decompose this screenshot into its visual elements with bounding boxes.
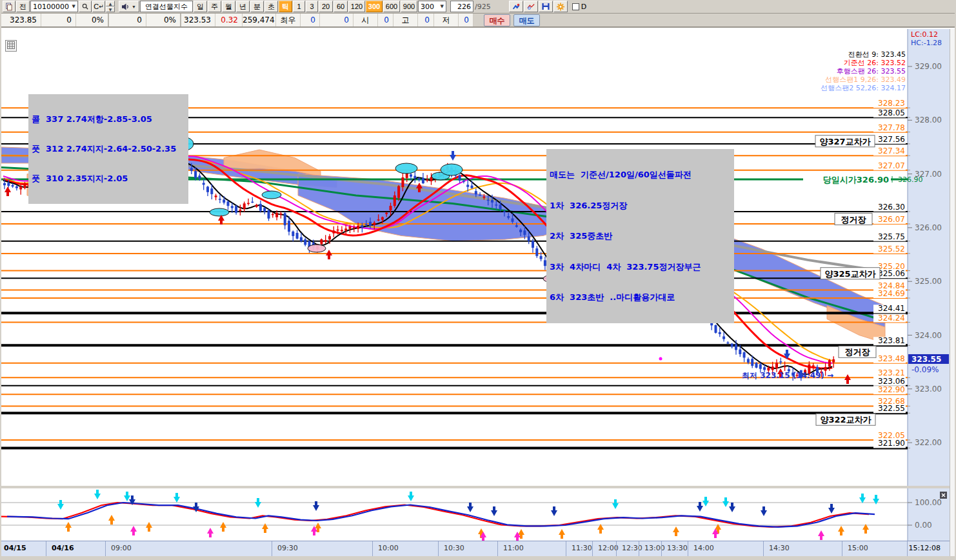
svg-text:322.90: 322.90 [878,385,905,394]
time-axis-separator [372,541,373,557]
instrument-name-field: 연결선물지수 [140,1,193,12]
tick-600-button[interactable]: 600 [383,1,400,12]
symbol-value: 10100000 [33,3,70,11]
svg-text:327.56: 327.56 [878,135,905,144]
strategy-note-box: 매도는 기준선/120일/60일선돌파전 1차 326.25정거장 2차 325… [546,149,734,323]
time-axis[interactable]: 15:12:08 04/1504/1609:0009:3010:0010:301… [1,541,950,556]
time-axis-separator [688,541,688,557]
time-axis-separator [438,541,439,557]
refresh-button[interactable]: C↵ [92,1,105,12]
close-panel-icon[interactable] [940,492,947,499]
strategy-line: 2차 325중초반 [550,230,731,242]
time-axis-separator [661,541,662,557]
svg-text:324.69: 324.69 [878,289,905,298]
best-quote-label: 최우선 [276,14,301,26]
hts-chart-window: 전 10100000 ▼ C↵ ▲▼ ▼ 연결선물지수 일 주 월 년 분 초 … [0,0,956,560]
symbol-spinner[interactable]: ▲▼ [106,1,115,12]
jeon-button[interactable]: 전 [16,1,30,12]
settings-gear-icon[interactable] [553,1,568,12]
tick-900-button[interactable]: 900 [401,1,417,12]
magenta-dot [659,357,662,361]
svg-text:양322교차가: 양322교차가 [820,415,871,425]
time-axis-separator [763,541,764,557]
svg-text:324.00: 324.00 [915,331,942,340]
tick-60-button[interactable]: 60 [334,1,348,12]
period-day-button[interactable]: 일 [194,1,207,12]
period-year-button[interactable]: 년 [236,1,250,12]
copy-page-icon[interactable] [3,1,15,12]
svg-text:323.48: 323.48 [878,354,905,363]
best-quote-2: 0 [320,14,354,26]
svg-text:325.06: 325.06 [878,269,905,278]
time-tick: 11:30 [572,544,592,552]
callput-note-box: 콜 337 2.74저항-2.85-3.05 풋 312 2.74지지-2.64… [28,94,188,204]
time-tick: 09:30 [277,544,298,552]
strategy-line: 매도는 기준선/120일/60일선돌파전 [550,169,731,181]
period-month-button[interactable]: 월 [222,1,235,12]
time-tick: 04/15 [4,544,26,552]
high-label: 고 [393,14,418,26]
draw-tool-icon[interactable] [509,1,523,12]
time-axis-separator [907,541,908,557]
buy-button[interactable]: 매수 [484,14,510,26]
time-axis-separator [105,541,106,557]
d-checkbox[interactable] [572,3,579,10]
svg-text:100.00: 100.00 [915,498,942,507]
svg-text:326.30: 326.30 [878,203,905,212]
sound-icon[interactable]: ▼ [119,1,139,12]
tick-120-button[interactable]: 120 [348,1,365,12]
chart-grid-icon[interactable] [5,40,17,52]
search-icon[interactable] [79,1,92,12]
svg-text:324.41: 324.41 [878,304,905,313]
time-axis-separator [639,541,639,557]
tick-1-button[interactable]: 1 [293,1,305,12]
time-tick: 04/16 [52,544,74,552]
time-tick: 13:30 [667,544,688,552]
quote-bar: 323.85 0 0% 0 0% 323.53 0.32 259,474 최우선… [1,14,955,28]
time-tick: 11:00 [503,544,524,552]
svg-text:정거장: 정거장 [845,347,871,357]
hc-value: HC:-1.28 [911,39,942,47]
callput-line: 콜 337 2.74저항-2.85-3.05 [32,114,185,125]
tick-300-button[interactable]: 300 [366,1,383,12]
indicator-settings-icon[interactable] [524,1,538,12]
symbol-input[interactable]: 10100000 ▼ [30,1,78,12]
period-week-button[interactable]: 주 [208,1,221,12]
tick-combo[interactable]: 300▼ [418,1,446,12]
day-open-label: 당일시가326.90 [823,175,889,185]
svg-text:선행스팬2 52,26: 324.17: 선행스팬2 52,26: 324.17 [821,84,906,92]
bar-total-label: /925 [475,3,491,11]
low-value: 0 [459,14,473,26]
day-open-axis-value: 326.90 [898,175,923,184]
svg-text:322.55: 322.55 [878,404,905,413]
svg-text:329.00: 329.00 [915,62,942,71]
time-axis-separator [566,541,566,557]
bar-index-input[interactable]: 226 [450,1,473,12]
session-low-note: 최저 323.15 (14:49) → [742,371,833,380]
tick-20-button[interactable]: 20 [319,1,333,12]
sell-button[interactable]: 매도 [513,14,540,26]
svg-text:정거장: 정거장 [841,215,867,225]
oscillator-panel[interactable]: 100.000.00 [1,488,956,541]
time-axis-separator [616,541,617,557]
svg-text:321.90: 321.90 [878,439,905,448]
tick-3-button[interactable]: 3 [306,1,318,12]
period-second-button[interactable]: 초 [264,1,278,12]
price-change: 0.32 [215,14,243,26]
price-axis [908,29,950,486]
svg-text:324.24: 324.24 [878,314,905,323]
svg-text:328.05: 328.05 [878,108,905,117]
quote-qty-2: 0 [109,14,146,26]
symbol-dropdown-icon[interactable]: ▼ [72,4,75,9]
period-minute-button[interactable]: 분 [250,1,264,12]
svg-text:양325교차가: 양325교차가 [824,269,876,279]
lc-value: LC:0.12 [911,30,938,39]
current-price-value: 323.55 [911,355,941,364]
save-icon[interactable] [539,1,553,12]
open-value: 0 [378,14,393,26]
svg-text:327.78: 327.78 [878,123,905,132]
period-tick-button[interactable]: 틱 [279,1,292,12]
svg-text:327.07: 327.07 [878,161,905,170]
svg-text:전환선 9: 323.45: 전환선 9: 323.45 [848,50,906,59]
quote-qty-1: 0 [41,14,76,26]
